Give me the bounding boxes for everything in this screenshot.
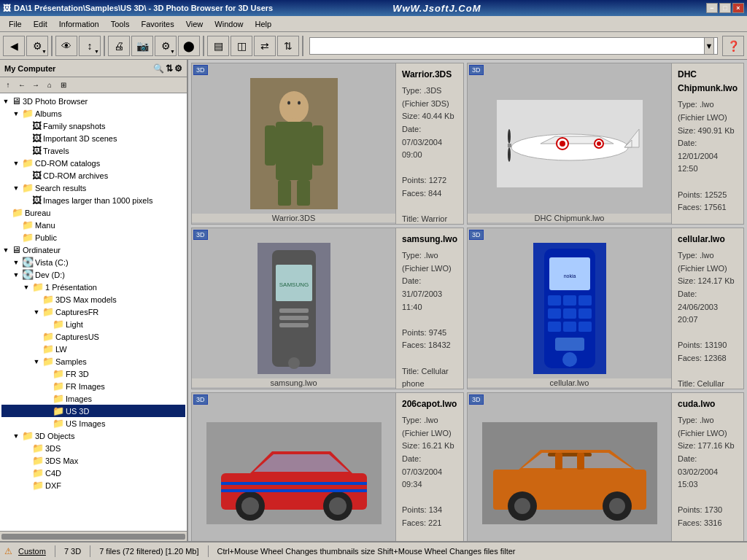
tree-item-3dsmax2[interactable]: 📁3DS Max [1, 454, 185, 467]
config-icon[interactable]: ⚙ [174, 63, 182, 74]
tree-item-us3d[interactable]: 📁US 3D [1, 405, 185, 417]
tree-item-capturesus[interactable]: 📁CapturesUS [1, 330, 185, 343]
sync-icon[interactable]: ⇅ [166, 63, 173, 74]
menu-view[interactable]: View [180, 18, 209, 30]
tree-item-capturesfr[interactable]: ▼📁CapturesFR [1, 306, 185, 318]
tree-next-button[interactable]: → [29, 79, 42, 92]
tree-item-dxf[interactable]: 📁DXF [1, 479, 185, 491]
search-icon[interactable]: 🔍 [153, 63, 164, 74]
tree-toggle-ordinateur[interactable]: ▼ [1, 246, 10, 254]
tree-item-3dpb[interactable]: ▼🖥3D Photo Browser [1, 95, 185, 107]
path-bar[interactable]: DA:\1 Présentation\Samples\US 3D\ ▼ [309, 37, 718, 55]
filter-button[interactable]: ⚙ ▼ [155, 36, 177, 56]
tree-item-family[interactable]: 🖼Family snapshots [1, 120, 185, 132]
svg-rect-27 [279, 316, 309, 320]
tree-toggle-devd[interactable]: ▼ [12, 271, 20, 279]
tree-item-3dobjects[interactable]: ▼📁3D Objects [1, 429, 185, 442]
card-top-samsung: 3D SAMSUNG samsung.lwo samsung.lwo Type:… [192, 228, 463, 389]
tree-item-c4d[interactable]: 📁C4D [1, 467, 185, 479]
left-scrollbar[interactable] [0, 531, 187, 541]
tree-toggle-1pres[interactable]: ▼ [22, 283, 31, 292]
tree-toggle-samples[interactable]: ▼ [32, 357, 41, 366]
tree-item-important[interactable]: 🖼Important 3D scenes [1, 132, 185, 144]
dot-button[interactable]: ⬤ [178, 36, 200, 56]
view-button[interactable]: 👁 [55, 36, 77, 56]
svg-rect-53 [221, 482, 367, 485]
tb-btn-8[interactable]: ⇅ [277, 36, 299, 56]
tree-label-important: Important 3D scenes [43, 134, 117, 143]
tree-item-1pres[interactable]: ▼📁1 Présentation [1, 281, 185, 293]
tree-item-lw[interactable]: 📁LW [1, 343, 185, 355]
tree-item-images[interactable]: 📁Images [1, 392, 185, 405]
status-hint: Ctrl+Mouse Wheel Changes thumbnails size… [217, 547, 516, 556]
content-area[interactable]: 3D Warrior.3DS Warrior.3DS Type: .3DS (F… [188, 60, 747, 541]
tree-toggle-albums[interactable]: ▼ [12, 109, 20, 118]
card-faces-samsung: Faces: 18432 [402, 339, 457, 352]
menu-information[interactable]: Information [53, 18, 105, 30]
tree-item-albums[interactable]: ▼📁Albums [1, 107, 185, 120]
tree-item-bureau[interactable]: 📁Bureau [1, 206, 185, 219]
tree-item-vistac[interactable]: ▼💽Vista (C:) [1, 256, 185, 268]
menu-window[interactable]: Window [209, 18, 249, 30]
file-card-cellular[interactable]: 3D nokia cellular.lwo cellular.lwo Type:… [467, 228, 744, 389]
status-custom[interactable]: Custom [18, 547, 46, 556]
tree-toggle-3dobjects[interactable]: ▼ [12, 432, 20, 440]
tree-toggle-vistac[interactable]: ▼ [12, 258, 20, 267]
card-thumb-warrior: 3D Warrior.3DS [192, 63, 396, 224]
tree-up-button[interactable]: ↑ [1, 79, 15, 92]
path-input[interactable]: DA:\1 Présentation\Samples\US 3D\ [313, 42, 704, 50]
close-button[interactable]: × [732, 3, 744, 13]
svg-text:nokia: nokia [563, 273, 576, 279]
file-card-cuda[interactable]: 3D cuda.lwo cuda.lwo Type: .lwo (Fichier… [467, 392, 744, 541]
tree-expand-button[interactable]: ⊞ [57, 79, 70, 92]
minimize-button[interactable]: − [706, 3, 718, 13]
tree-item-frimages[interactable]: 📁FR Images [1, 380, 185, 392]
card-type-samsung: Type: .lwo (Fichier LWO) [402, 249, 457, 275]
path-dropdown[interactable]: ▼ [704, 37, 714, 55]
tb-btn-7[interactable]: ⇄ [254, 36, 276, 56]
menu-favorites[interactable]: Favorites [135, 18, 179, 30]
help-button[interactable]: ❓ [722, 36, 744, 56]
file-card-samsung[interactable]: 3D SAMSUNG samsung.lwo samsung.lwo Type:… [191, 228, 464, 389]
tree-item-cdarchives[interactable]: 🖼CD-ROM archives [1, 169, 185, 182]
tree-item-fr3d[interactable]: 📁FR 3D [1, 368, 185, 380]
tree-item-cdrom[interactable]: ▼📁CD-ROM catalogs [1, 157, 185, 169]
menu-edit[interactable]: Edit [28, 18, 53, 30]
tree-item-samples[interactable]: ▼📁Samples [1, 355, 185, 368]
tree-toggle-search[interactable]: ▼ [12, 184, 20, 192]
tree-item-light[interactable]: 📁Light [1, 318, 185, 330]
print-button[interactable]: 🖨 [108, 36, 130, 56]
tree-home-button[interactable]: ⌂ [43, 79, 56, 92]
menu-help[interactable]: Help [249, 18, 277, 30]
tree-item-3ds[interactable]: 📁3DS [1, 442, 185, 454]
tree-icon-usimages: 📁 [53, 418, 64, 429]
file-card-206capot[interactable]: 3D 206capot.lwo 206capot.lwo Type: .lwo … [191, 392, 464, 541]
file-card-dhc[interactable]: 3D DHC Chipmunk.lwo DHC Chipmunk.lwo [467, 63, 744, 225]
menu-file[interactable]: File [3, 18, 28, 30]
menu-tools[interactable]: Tools [105, 18, 136, 30]
tree-item-travels[interactable]: 🖼Travels [1, 144, 185, 157]
tree-toggle-3dpb[interactable]: ▼ [1, 97, 10, 106]
tree-item-3dsmax[interactable]: 📁3DS Max models [1, 293, 185, 306]
tree-item-manu[interactable]: 📁Manu [1, 219, 185, 231]
card-info-warrior: Warrior.3DS Type: .3DS (Fichier 3DS) Siz… [396, 63, 463, 224]
camera-button[interactable]: 📷 [131, 36, 153, 56]
tb-btn-5[interactable]: ▤ [207, 36, 229, 56]
tb-btn-6[interactable]: ◫ [231, 36, 252, 56]
settings-button[interactable]: ⚙ ▼ [26, 36, 48, 56]
maximize-button[interactable]: □ [719, 3, 731, 13]
tree-item-search[interactable]: ▼📁Search results [1, 182, 185, 194]
tree-toggle-capturesfr[interactable]: ▼ [32, 308, 41, 316]
tree-toggle-cdrom[interactable]: ▼ [12, 159, 20, 168]
tree-item-ordinateur[interactable]: ▼🖥Ordinateur [1, 244, 185, 256]
tree-prev-button[interactable]: ← [15, 79, 28, 92]
tree-item-larger[interactable]: 🖼Images larger than 1000 pixels [1, 194, 185, 206]
tree-area[interactable]: ▼🖥3D Photo Browser▼📁Albums🖼Family snapsh… [0, 93, 187, 531]
nav-button[interactable]: ↕ ▼ [79, 36, 101, 56]
tree-item-usimages[interactable]: 📁US Images [1, 417, 185, 429]
tree-item-public[interactable]: 📁Public [1, 231, 185, 244]
back-button[interactable]: ◀ [3, 36, 25, 56]
tree-label-capturesfr: CapturesFR [55, 308, 98, 316]
tree-item-devd[interactable]: ▼💽Dev (D:) [1, 268, 185, 281]
file-card-warrior[interactable]: 3D Warrior.3DS Warrior.3DS Type: .3DS (F… [191, 63, 464, 225]
